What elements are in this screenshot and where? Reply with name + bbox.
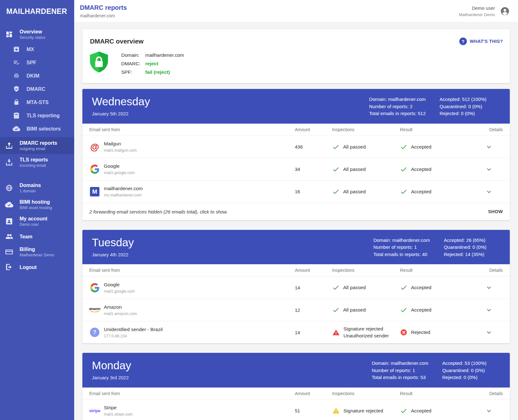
sender-domain: mail1.mailgun.com [104,148,137,153]
cloud-check-icon [13,125,20,132]
chevron-down-icon[interactable] [485,284,493,291]
sidebar-item-dkim[interactable]: DKIM [0,69,74,82]
row-details-toggle[interactable] [475,306,503,314]
warning-icon [332,407,340,415]
amount-value: 34 [295,166,332,172]
sidebar-item-label: SPF [27,60,36,66]
check-icon [332,166,340,173]
outbox-icon [5,142,13,150]
sidebar-item-mx[interactable]: MX [0,43,74,56]
sidebar-item-label: TLS reporting [27,113,60,119]
result-text: Accepted [411,285,432,290]
stat-rejected: Rejected: 14 (35%) [444,251,486,258]
amount-value: 12 [295,307,332,313]
sidebar-item-label: BIMI selectors [27,126,61,132]
inspection-text: All passed [343,166,366,172]
stat-reports: Number of reports: 1 [373,244,430,251]
inspection-text: Signature rejected [343,408,383,414]
sidebar-item-spf[interactable]: SPF [0,56,74,69]
row-details-toggle[interactable] [475,143,503,151]
sender-domain: mail1.stripe.com [104,412,133,417]
chevron-down-icon[interactable] [485,143,493,151]
column-details: Details [475,127,503,132]
stat-rejected: Rejected: 0 (0%) [442,374,486,381]
fingerprint-icon [13,72,20,79]
sender-name: Google [104,163,135,169]
check-icon [332,306,340,314]
user-menu[interactable]: Demo user Mailhardener Demo [459,5,510,17]
inspection-text-2: Unauthorized sender [343,333,389,339]
stat-total-emails: Total emails in reports: 512 [369,110,426,117]
sidebar-item-my-account[interactable]: My account Demo user [0,213,74,230]
day-title: Tuesday [92,236,134,249]
sidebar-item-overview[interactable]: Overview Security status [0,26,74,43]
sidebar-item-label: Domains [20,182,41,188]
check-icon [400,188,408,195]
check-icon [400,166,408,173]
amount-value: 16 [295,189,332,194]
inspection-text: Signature rejected [343,326,389,332]
result-text: Accepted [411,408,432,414]
row-details-toggle[interactable] [475,407,503,415]
hidden-services-row[interactable]: 2 forwarding email services hidden (26 e… [82,203,510,220]
logout-button[interactable]: Logout [0,260,74,274]
check-icon [400,407,408,415]
sidebar-nav: Overview Security status MX SPF DKIM [0,26,74,292]
app-logo: MAILHARDENER [0,0,74,19]
chevron-down-icon[interactable] [485,329,493,336]
sidebar-item-dmarc-reports[interactable]: DMARC reports outgoing email [0,137,74,154]
check-icon [400,143,408,151]
check-icon [332,284,340,291]
table-row: @ Mailgun mail1.mailgun.com 436 All pass… [82,136,510,158]
amount-value: 51 [295,408,332,413]
mailgun-icon: @ [89,142,100,152]
sidebar-item-bimi-selectors[interactable]: BIMI selectors [0,122,74,135]
row-details-toggle[interactable] [475,188,503,195]
sidebar-item-domains[interactable]: Domains 1 domain [0,179,74,196]
rejected-icon [400,329,408,336]
sender-name: Mailgun [104,141,137,147]
show-button[interactable]: SHOW [488,209,503,214]
sidebar-item-label: My account [20,216,47,222]
day-title: Wednesday [92,95,150,108]
shield-check-icon [13,85,20,93]
sidebar-item-tls-reporting[interactable]: TLS reporting [0,109,74,122]
stat-accepted: Accepted: 512 (100%) [440,96,486,103]
sidebar-item-bimi-hosting[interactable]: BIMI hosting BIMI asset hosting [0,196,74,213]
chevron-down-icon[interactable] [485,188,493,195]
sidebar-item-label: TLS reports [20,157,48,163]
sidebar-item-sublabel: 1 domain [20,189,41,193]
row-details-toggle[interactable] [475,166,503,173]
sidebar-item-label: Overview [20,29,45,35]
sidebar-item-mta-sts[interactable]: MTA-STS [0,96,74,109]
stripe-icon: stripe [89,408,100,413]
table-row: amazon Amazon mail1.amazon.com 12 All pa… [82,299,510,321]
user-name: Demo user [459,5,495,11]
sidebar-item-dmarc[interactable]: DMARC [0,82,74,96]
sidebar-item-label: DMARC reports [20,140,57,146]
sidebar: MAILHARDENER Overview Security status MX… [0,0,74,420]
warning-icon [332,329,340,336]
day-date: January 5th 2022 [92,111,150,116]
check-icon [400,284,408,291]
row-details-toggle[interactable] [475,284,503,291]
stat-accepted: Accepted: 53 (100%) [442,360,486,367]
sidebar-item-billing[interactable]: Billing Mailhardener Demo [0,243,74,260]
result-text: Rejected [411,330,430,335]
sidebar-item-tls-reports[interactable]: TLS reports incoming email [0,154,74,171]
chevron-down-icon[interactable] [485,407,493,415]
amazon-icon: amazon [89,307,100,313]
avatar-icon[interactable] [500,6,510,16]
inspection-text: All passed [343,307,366,313]
stat-total-emails: Total emails in reports: 53 [372,374,428,381]
chevron-down-icon[interactable] [485,166,493,173]
chevron-down-icon[interactable] [485,306,493,314]
sidebar-item-team[interactable]: Team [0,230,74,243]
day-card-monday: Monday January 3rd 2022 Domain: mailhard… [82,353,510,420]
day-date: January 3rd 2022 [92,375,131,380]
whats-this-link[interactable]: ? WHAT'S THIS? [459,38,503,45]
stat-quarantined: Quarantined: 0 (0%) [442,367,486,374]
spf-value: fail (reject) [145,69,184,75]
help-icon: ? [459,38,467,45]
row-details-toggle[interactable] [475,329,503,336]
